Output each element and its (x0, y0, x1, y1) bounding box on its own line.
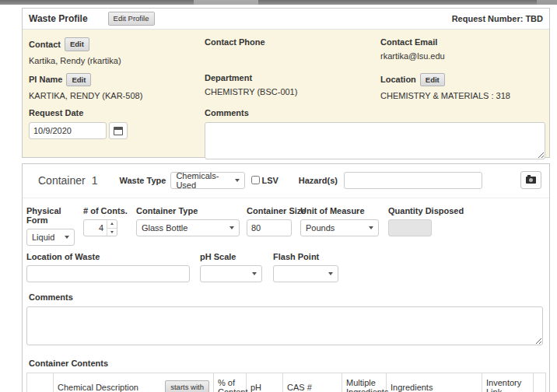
calendar-icon (114, 127, 123, 135)
container-number: 1 (92, 174, 98, 187)
lsv-label: LSV (261, 176, 278, 185)
edit-pi-name-button[interactable]: Edit (66, 73, 91, 87)
flash-point-field: Flash Point (273, 252, 338, 282)
num-conts-label: # of Conts. (83, 206, 125, 215)
dropdown-caret-icon (328, 272, 333, 275)
contact-email-label: Contact Email (380, 37, 437, 47)
container-type-label: Container Type (136, 206, 240, 215)
waste-type-select[interactable]: Chemicals-Used (170, 172, 245, 189)
request-date-input[interactable] (29, 122, 107, 139)
calendar-button[interactable] (109, 122, 128, 139)
top-bar-segment (194, 0, 258, 5)
chemical-description-header-label: Chemical Description (58, 383, 138, 392)
cas-header: CAS # (283, 373, 342, 392)
container-type-value: Glass Bottle (142, 223, 187, 233)
dropdown-caret-icon (229, 226, 234, 229)
waste-type-value: Chemicals-Used (176, 171, 235, 190)
hazards-label: Hazard(s) (299, 176, 338, 185)
flash-point-select[interactable] (273, 265, 338, 282)
location-label: Location (380, 75, 416, 84)
physical-form-field: Physical Form Liquid (26, 206, 75, 246)
edit-location-button[interactable]: Edit (420, 73, 445, 87)
profile-comments-label: Comments (205, 108, 249, 117)
physical-form-select[interactable]: Liquid (26, 229, 75, 246)
container-type-select[interactable]: Glass Bottle (136, 219, 240, 236)
inventory-link-header: Inventory Link (482, 373, 534, 392)
ph-scale-field: pH Scale (200, 252, 262, 282)
pi-name-value: KARTIKA, RENDY (KAR-508) (29, 91, 205, 101)
camera-button[interactable] (520, 171, 541, 189)
request-date-label: Request Date (29, 108, 83, 117)
waste-profile-panel: Waste Profile Edit Profile Request Numbe… (22, 8, 550, 158)
camera-icon (526, 177, 536, 184)
dropdown-caret-icon (252, 272, 257, 275)
contact-phone-field: Contact Phone (205, 37, 380, 66)
contact-label: Contact (29, 40, 61, 49)
pi-name-label: PI Name (29, 75, 62, 84)
location-field: Location Edit CHEMISTRY & MATERIALS : 31… (380, 73, 543, 102)
department-value: CHEMISTRY (BSC-001) (205, 87, 380, 97)
container-contents-title: Container Contents (29, 359, 545, 368)
edit-profile-button[interactable]: Edit Profile (108, 12, 155, 26)
hazards-input[interactable] (344, 172, 482, 189)
department-label: Department (205, 73, 252, 82)
contact-phone-label: Contact Phone (205, 37, 265, 47)
container-form: Physical Form Liquid # of Conts. 4 Conta… (23, 198, 549, 392)
ingredients-header: Ingredients (387, 373, 482, 392)
container-header: Container 1 Waste Type Chemicals-Used LS… (23, 164, 549, 198)
container-size-input[interactable] (247, 219, 292, 236)
physical-form-value: Liquid (32, 233, 54, 242)
unit-of-measure-select[interactable]: Pounds (300, 219, 379, 236)
container-comments-textarea[interactable] (26, 306, 543, 345)
percent-of-content-header: % of Content (214, 373, 247, 392)
location-value: CHEMISTRY & MATERIALS : 318 (380, 91, 543, 101)
waste-type-label: Waste Type (120, 176, 166, 185)
location-of-waste-label: Location of Waste (26, 252, 190, 261)
dropdown-caret-icon (369, 226, 373, 229)
num-conts-field: # of Conts. 4 (83, 206, 125, 236)
top-gray-bar (0, 0, 557, 5)
container-type-field: Container Type Glass Bottle (136, 206, 240, 236)
flash-point-label: Flash Point (273, 252, 338, 261)
dropdown-caret-icon (235, 179, 240, 182)
table-header-row: Chemical Description starts with % of Co… (27, 373, 546, 392)
pi-name-field: PI Name Edit KARTIKA, RENDY (KAR-508) (29, 73, 205, 102)
container-title: Container (38, 174, 86, 187)
unit-of-measure-field: Unit of Measure Pounds (300, 206, 379, 236)
container-size-label: Container Size (247, 206, 292, 215)
profile-comments-field: Comments (205, 108, 543, 161)
ph-scale-select[interactable] (200, 265, 262, 282)
top-bar-segment (537, 0, 557, 5)
contact-field: Contact Edit Kartika, Rendy (rkartika) (29, 37, 205, 66)
quantity-disposed-label: Quantity Disposed (388, 206, 462, 215)
starts-with-button[interactable]: starts with (165, 380, 209, 392)
contact-phone-value (205, 51, 380, 61)
profile-comments-textarea[interactable] (205, 122, 545, 159)
lsv-checkbox[interactable] (251, 176, 260, 184)
row-selector-header (27, 373, 54, 392)
unit-of-measure-value: Pounds (306, 223, 335, 233)
department-field: Department CHEMISTRY (BSC-001) (205, 73, 380, 102)
container-panel: Container 1 Waste Type Chemicals-Used LS… (22, 163, 550, 392)
multiple-ingredients-header: Multiple Ingredients (342, 373, 387, 392)
num-conts-stepper[interactable]: 4 (83, 219, 117, 236)
waste-profile-header: Waste Profile Edit Profile Request Numbe… (23, 9, 549, 30)
quantity-disposed-field: Quantity Disposed (388, 206, 462, 236)
contact-value: Kartika, Rendy (rkartika) (29, 56, 205, 66)
container-comments-label: Comments (29, 292, 545, 302)
dropdown-caret-icon (65, 236, 69, 239)
location-of-waste-field: Location of Waste (26, 252, 190, 282)
spinner-up-icon[interactable] (107, 220, 117, 229)
edit-contact-button[interactable]: Edit (65, 37, 89, 51)
contact-email-field: Contact Email rkartika@lsu.edu (380, 37, 543, 66)
page-title: Waste Profile (29, 13, 88, 24)
unit-of-measure-label: Unit of Measure (300, 206, 379, 215)
request-date-field: Request Date (29, 108, 205, 161)
ph-scale-label: pH Scale (200, 252, 262, 261)
ph-header: pH (247, 373, 283, 392)
chemical-description-header: Chemical Description starts with (54, 373, 214, 392)
location-of-waste-input[interactable] (26, 265, 190, 282)
request-number: Request Number: TBD (452, 14, 543, 23)
num-conts-value: 4 (84, 220, 107, 236)
spinner-down-icon[interactable] (107, 229, 117, 236)
